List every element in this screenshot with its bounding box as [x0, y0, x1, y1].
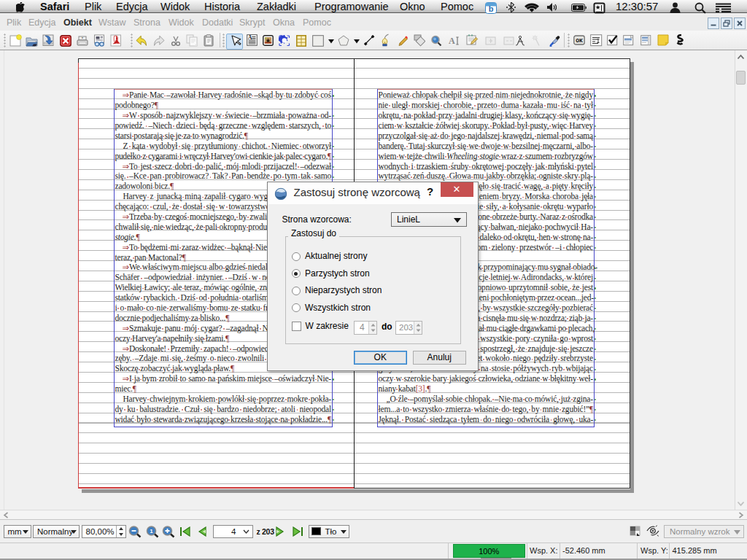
svg-text:OK: OK	[576, 37, 583, 44]
svg-text:1: 1	[150, 528, 153, 534]
svg-text:b: b	[489, 4, 494, 12]
svg-text:A: A	[449, 36, 455, 46]
svg-text:A: A	[248, 34, 252, 41]
